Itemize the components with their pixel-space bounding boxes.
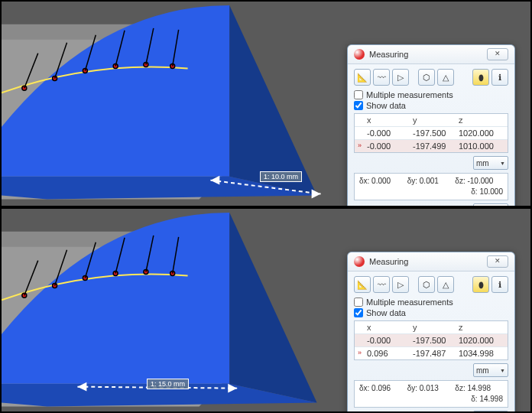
dimension-label-2: 1: 15.0 mm (147, 379, 189, 389)
table-row[interactable]: » 0.096 -197.487 1034.998 (355, 347, 508, 359)
mode-curve-button[interactable]: 〰 (373, 69, 390, 86)
close-icon[interactable]: ✕ (487, 48, 508, 60)
snap-face-button[interactable]: △ (437, 276, 454, 293)
viewport-bottom[interactable]: 1: 15.0 mm Measuring ✕ 📐 〰 ▷ ⬡ △ ⬮ ℹ Mul… (2, 209, 530, 413)
multiple-measurements-input[interactable] (354, 298, 363, 307)
data-table: x y z -0.000 -197.500 1020.000 » 0.096 -… (354, 320, 508, 360)
pick-button[interactable]: ⬮ (472, 276, 489, 293)
show-data-checkbox[interactable]: Show data (354, 308, 508, 317)
mode-angle-button[interactable]: ▷ (392, 69, 409, 86)
data-table: x y z -0.000 -197.500 1020.000 » -0.000 … (354, 113, 508, 153)
snap-face-button[interactable]: △ (437, 69, 454, 86)
chevron-down-icon: ▼ (500, 161, 505, 166)
viewport-top[interactable]: 1: 10.0 mm Measuring ✕ 📐 〰 ▷ ⬡ △ ⬮ ℹ Mul… (2, 2, 530, 206)
mode-curve-button[interactable]: 〰 (373, 276, 390, 293)
show-data-checkbox[interactable]: Show data (354, 101, 508, 110)
close-icon[interactable]: ✕ (487, 255, 508, 268)
mode-distance-button[interactable]: 📐 (354, 69, 371, 86)
svg-marker-2 (229, 5, 316, 196)
multiple-measurements-label: Multiple measurements (366, 298, 453, 307)
show-data-label: Show data (366, 308, 406, 317)
table-header: x y z (355, 321, 508, 334)
toolbar: 📐 〰 ▷ ⬡ △ ⬮ ℹ (354, 276, 508, 293)
svg-marker-18 (312, 190, 321, 199)
multiple-measurements-input[interactable] (354, 90, 363, 99)
show-data-input[interactable] (354, 101, 363, 110)
unit-select[interactable]: mm▼ (473, 156, 508, 170)
delta-readout: δx: 0.000 δy: 0.001 δz: -10.000 δ: 10.00… (354, 173, 508, 200)
table-row[interactable]: -0.000 -197.500 1020.000 (355, 127, 508, 140)
help-button[interactable]: ℹ (491, 69, 508, 86)
panel-title: Measuring (369, 257, 487, 266)
panel-titlebar[interactable]: Measuring ✕ (348, 252, 514, 272)
snap-node-button[interactable]: ⬡ (418, 276, 435, 293)
mode-angle-button[interactable]: ▷ (392, 276, 409, 293)
pick-button[interactable]: ⬮ (472, 69, 489, 86)
measuring-panel-bottom: Measuring ✕ 📐 〰 ▷ ⬡ △ ⬮ ℹ Multiple measu… (347, 252, 515, 413)
unit-select[interactable]: mm▼ (473, 363, 508, 377)
delta-readout: δx: 0.096 δy: 0.013 δz: 14.998 δ: 14.998 (354, 380, 508, 408)
svg-marker-21 (229, 213, 316, 403)
toolbar: 📐 〰 ▷ ⬡ △ ⬮ ℹ (354, 69, 508, 86)
table-header: x y z (355, 114, 508, 127)
show-data-label: Show data (366, 101, 406, 110)
multiple-measurements-checkbox[interactable]: Multiple measurements (354, 298, 508, 307)
table-row[interactable]: » -0.000 -197.499 1010.000 (355, 140, 508, 152)
multiple-measurements-label: Multiple measurements (366, 90, 453, 99)
multiple-measurements-checkbox[interactable]: Multiple measurements (354, 90, 508, 99)
snap-node-button[interactable]: ⬡ (418, 69, 435, 86)
chevron-down-icon: ▼ (500, 368, 505, 373)
app-icon (354, 49, 365, 60)
dimension-label-1: 1: 10.0 mm (260, 171, 302, 182)
svg-point-4 (22, 86, 27, 90)
mode-distance-button[interactable]: 📐 (354, 276, 371, 293)
app-icon (354, 256, 365, 267)
panel-titlebar[interactable]: Measuring ✕ (348, 45, 514, 64)
table-row[interactable]: -0.000 -197.500 1020.000 (355, 334, 508, 347)
panel-title: Measuring (369, 50, 487, 59)
help-button[interactable]: ℹ (491, 276, 508, 293)
svg-point-23 (22, 293, 27, 298)
show-data-input[interactable] (354, 308, 363, 317)
